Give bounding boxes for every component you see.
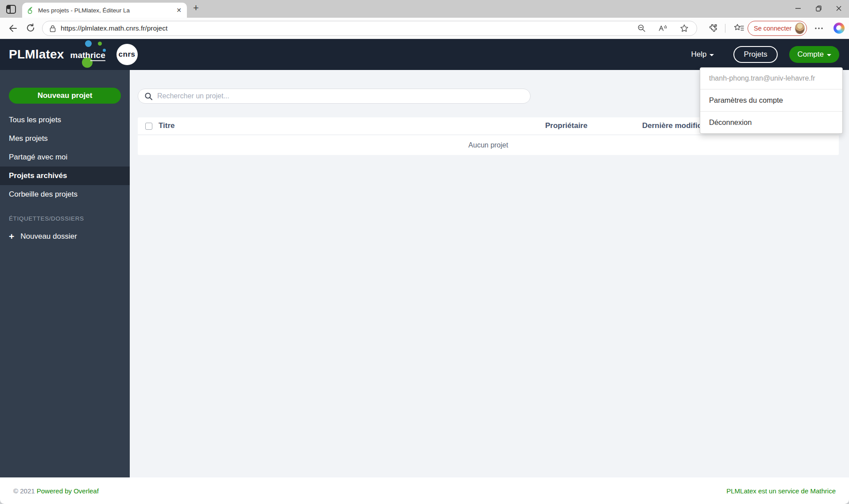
- sidebar-item-shared-with-me[interactable]: Partagé avec moi: [0, 148, 130, 167]
- account-dropdown-menu: thanh-phong.tran@univ-lehavre.fr Paramèt…: [700, 67, 843, 134]
- footer: © 2021 Powered by Overleaf PLMLatex est …: [0, 477, 849, 504]
- mathrice-dot-blue: [85, 40, 92, 47]
- account-button[interactable]: Compte: [789, 46, 839, 63]
- sidebar-section-tags-folders: ÉTIQUETTES/DOSSIERS: [0, 215, 130, 222]
- tab-title: Mes projets - PLMlatex, Éditeur La: [38, 7, 171, 14]
- tab-actions-menu-icon[interactable]: [5, 4, 17, 15]
- signin-label: Se connecter: [754, 25, 791, 32]
- tab-close-icon[interactable]: ✕: [175, 7, 182, 14]
- refresh-icon[interactable]: [26, 23, 36, 34]
- chevron-down-icon: [709, 54, 714, 56]
- help-menu[interactable]: Help: [691, 50, 714, 59]
- browser-toolbar: https://plmlatex.math.cnrs.fr/project: [0, 18, 849, 39]
- window-minimize-button[interactable]: [788, 0, 808, 17]
- extensions-puzzle-icon[interactable]: [708, 23, 718, 34]
- sidebar-item-trashed-projects[interactable]: Corbeille des projets: [0, 185, 130, 204]
- column-header-owner[interactable]: Propriétaire: [545, 121, 587, 130]
- copyright-label: © 2021: [13, 487, 35, 495]
- toolbar-divider: [725, 24, 725, 33]
- address-bar-icons: [637, 24, 689, 33]
- window-controls: [788, 0, 849, 17]
- brand-plmlatex: PLMlatex: [9, 47, 64, 62]
- new-project-button[interactable]: Nouveau projet: [9, 88, 121, 104]
- sidebar-item-all-projects[interactable]: Tous les projets: [0, 111, 130, 129]
- copilot-icon[interactable]: [833, 23, 845, 34]
- site-navbar: PLMlatex mathrice cnrs Help Projets Comp…: [0, 39, 849, 70]
- select-all-checkbox[interactable]: [145, 123, 152, 130]
- sidebar-item-archived-projects[interactable]: Projets archivés: [0, 167, 130, 185]
- sidebar: Nouveau projet Tous les projets Mes proj…: [0, 70, 130, 477]
- sidebar-nav: Tous les projets Mes projets Partagé ave…: [0, 111, 130, 204]
- browser-tab[interactable]: Mes projets - PLMlatex, Éditeur La ✕: [22, 3, 187, 18]
- search-input[interactable]: [157, 92, 524, 100]
- column-header-title[interactable]: Titre: [159, 121, 175, 130]
- more-options-icon[interactable]: [814, 25, 825, 35]
- search-icon: [144, 92, 153, 101]
- cnrs-logo: cnrs: [116, 44, 138, 65]
- projects-button[interactable]: Projets: [733, 46, 778, 63]
- new-tab-button[interactable]: +: [193, 2, 199, 14]
- account-label: Compte: [797, 50, 824, 59]
- menu-item-account-settings[interactable]: Paramètres du compte: [700, 89, 842, 111]
- browser-window: Mes projets - PLMlatex, Éditeur La ✕ +: [0, 0, 849, 504]
- chevron-down-icon: [827, 54, 831, 56]
- mathrice-dot-green-small: [98, 42, 102, 46]
- zoom-out-icon[interactable]: [637, 24, 646, 33]
- mathrice-label-rice: rice: [90, 50, 105, 61]
- url-text[interactable]: https://plmlatex.math.cnrs.fr/project: [61, 24, 637, 32]
- lock-icon[interactable]: [50, 25, 56, 32]
- mathrice-logo: mathrice: [70, 43, 111, 66]
- address-bar[interactable]: https://plmlatex.math.cnrs.fr/project: [42, 21, 697, 36]
- favorite-star-icon[interactable]: [680, 24, 689, 33]
- new-folder-button[interactable]: + Nouveau dossier: [0, 232, 130, 241]
- mathrice-service-link[interactable]: PLMLatex est un service de Mathrice: [726, 487, 836, 495]
- powered-by-overleaf-link[interactable]: Powered by Overleaf: [37, 487, 99, 495]
- window-close-button[interactable]: [829, 0, 849, 17]
- project-search: [138, 89, 531, 104]
- signin-button[interactable]: Se connecter: [748, 21, 807, 36]
- empty-state-label: Aucun projet: [138, 135, 839, 155]
- account-email: thanh-phong.tran@univ-lehavre.fr: [700, 68, 842, 89]
- tab-favicon-overleaf-leaf-icon: [27, 7, 34, 14]
- tab-strip: Mes projets - PLMlatex, Éditeur La ✕ +: [0, 0, 849, 18]
- new-folder-label: Nouveau dossier: [20, 232, 77, 241]
- mathrice-label-math: math: [70, 50, 90, 60]
- navbar-right: Help Projets Compte: [691, 46, 840, 63]
- menu-item-logout[interactable]: Déconnexion: [700, 112, 842, 133]
- window-restore-button[interactable]: [808, 0, 829, 17]
- favorites-list-icon[interactable]: [733, 23, 744, 34]
- back-icon[interactable]: [7, 23, 18, 34]
- read-aloud-icon[interactable]: [658, 24, 668, 33]
- plus-icon: +: [9, 232, 14, 241]
- avatar: [795, 23, 805, 34]
- help-label: Help: [691, 50, 707, 59]
- sidebar-item-my-projects[interactable]: Mes projets: [0, 129, 130, 148]
